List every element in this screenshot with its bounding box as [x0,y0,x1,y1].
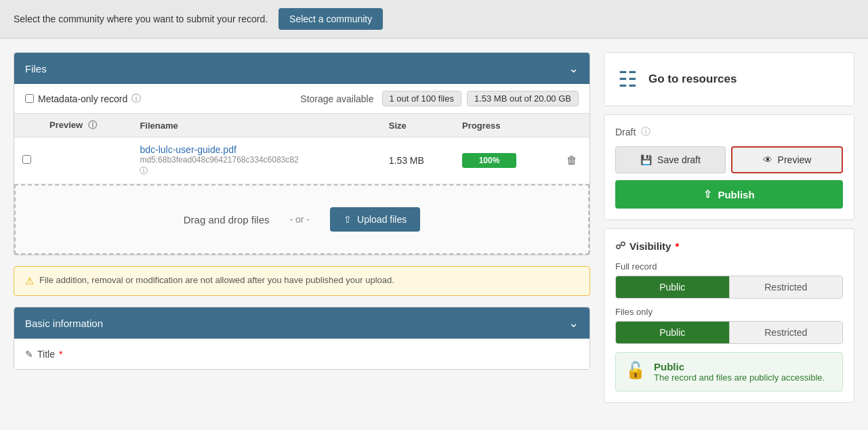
col-actions [554,114,590,137]
basic-info-section: Basic information ⌄ ✎ Title * [14,307,590,370]
files-table: Preview ⓘ Filename Size Progress [14,114,590,184]
shield-icon: ☍ [615,240,625,252]
file-hash: md5:68b3fead048c96421768c334c6083c82 [140,155,372,165]
col-filename: Filename [131,114,380,137]
full-record-group: Full record Public Restricted [615,261,843,299]
resources-icon: ☷ [618,66,638,92]
drop-zone-text: Drag and drop files [184,214,270,225]
table-row: bdc-lulc-user-guide.pdf md5:68b3fead048c… [14,137,590,184]
draft-btn-row: 💾 Save draft 👁 Preview [615,146,843,173]
draft-card: Draft ⓘ 💾 Save draft 👁 Preview ⇧ Publish [604,114,854,220]
right-column: ☷ Go to resources Draft ⓘ 💾 Save draft 👁… [604,52,854,403]
filename-cell: bdc-lulc-user-guide.pdf md5:68b3fead048c… [131,137,380,184]
file-link[interactable]: bdc-lulc-user-guide.pdf [140,144,236,155]
col-progress: Progress [454,114,554,137]
delete-cell: 🗑 [554,137,590,184]
upload-btn-label: Upload files [357,214,407,225]
draft-header: Draft ⓘ [615,126,843,138]
files-section-header[interactable]: Files ⌄ [14,53,590,84]
size-badge: 1.53 MB out of 20.00 GB [467,91,579,106]
col-preview: Preview ⓘ [41,114,131,137]
main-content: Files ⌄ Metadata-only record ⓘ Storage a… [0,39,868,416]
warning-icon: ⚠ [25,275,34,287]
files-only-restricted-button[interactable]: Restricted [729,322,843,343]
save-draft-button[interactable]: 💾 Save draft [615,146,726,173]
files-table-header: Preview ⓘ Filename Size Progress [14,114,590,137]
storage-label: Storage available [300,93,373,104]
title-field: ✎ Title * [14,339,590,369]
files-title: Files [25,63,47,74]
col-checkbox [14,114,41,137]
metadata-checkbox-row: Metadata-only record ⓘ [25,93,141,105]
lock-open-icon: 🔓 [625,361,646,380]
title-icon: ✎ [25,349,33,360]
full-record-restricted-button[interactable]: Restricted [729,276,843,298]
files-chevron-icon: ⌄ [569,61,579,76]
files-only-toggle: Public Restricted [615,321,843,344]
public-text-title: Public [654,361,825,372]
full-record-public-button[interactable]: Public [616,276,729,298]
files-section: Files ⌄ Metadata-only record ⓘ Storage a… [14,52,590,255]
left-column: Files ⌄ Metadata-only record ⓘ Storage a… [14,52,590,403]
title-required-marker: * [59,349,62,360]
draft-status-label: Draft [615,127,636,137]
metadata-only-label: Metadata-only record [38,93,127,104]
progress-label: 100% [479,156,500,165]
select-community-button[interactable]: Select a community [278,8,383,30]
file-checkbox[interactable] [22,155,31,164]
drop-zone[interactable]: Drag and drop files - or - ⇧ Upload file… [14,184,590,255]
visibility-card: ☍ Visibility * Full record Public Restri… [604,228,854,403]
basic-info-title: Basic information [25,318,103,329]
visibility-header: ☍ Visibility * [615,240,843,252]
files-badge: 1 out of 100 files [382,91,461,106]
publish-label: Publish [718,189,754,200]
files-only-label: Files only [615,307,843,317]
preview-cell [41,137,131,184]
title-label: Title [37,349,55,360]
upload-files-button[interactable]: ⇧ Upload files [330,207,420,232]
warning-box: ⚠ File addition, removal or modification… [14,266,590,296]
basic-info-header[interactable]: Basic information ⌄ [14,307,590,339]
storage-info: Storage available 1 out of 100 files 1.5… [300,91,579,106]
banner-text: Select the community where you want to s… [14,14,268,24]
help-icon[interactable]: ⓘ [131,93,141,105]
publish-icon: ⇧ [703,188,712,200]
files-only-public-button[interactable]: Public [616,322,729,343]
eye-icon: 👁 [763,154,772,165]
progress-bar: 100% [462,153,516,168]
upload-icon: ⇧ [344,214,352,225]
publish-button[interactable]: ⇧ Publish [615,180,843,209]
or-text: - or - [290,214,310,225]
metadata-only-checkbox[interactable] [25,94,34,103]
warning-text: File addition, removal or modification a… [39,275,394,285]
full-record-label: Full record [615,261,843,272]
preview-label: Preview [778,154,812,165]
public-text-desc: The record and files are publicly access… [654,372,825,383]
size-cell: 1.53 MB [381,137,454,184]
resources-card[interactable]: ☷ Go to resources [604,52,854,106]
delete-file-button[interactable]: 🗑 [562,153,581,168]
col-size: Size [381,114,454,137]
preview-help-icon[interactable]: ⓘ [88,120,97,130]
save-draft-label: Save draft [657,154,701,165]
community-banner: Select the community where you want to s… [0,0,868,39]
resources-title: Go to resources [648,72,737,86]
public-info-box: 🔓 Public The record and files are public… [615,352,843,391]
save-icon: 💾 [640,154,652,165]
visibility-required-marker: * [675,240,679,252]
public-info-text: Public The record and files are publicly… [654,361,825,383]
full-record-toggle: Public Restricted [615,276,843,299]
hash-help-icon[interactable]: ⓘ [140,166,148,175]
progress-cell: 100% [454,137,554,184]
basic-info-chevron-icon: ⌄ [569,316,579,330]
visibility-title: Visibility [629,240,671,252]
row-checkbox-cell [14,137,41,184]
files-toolbar: Metadata-only record ⓘ Storage available… [14,84,590,114]
draft-info-icon[interactable]: ⓘ [641,126,650,138]
preview-button[interactable]: 👁 Preview [731,146,843,173]
files-only-group: Files only Public Restricted [615,307,843,344]
